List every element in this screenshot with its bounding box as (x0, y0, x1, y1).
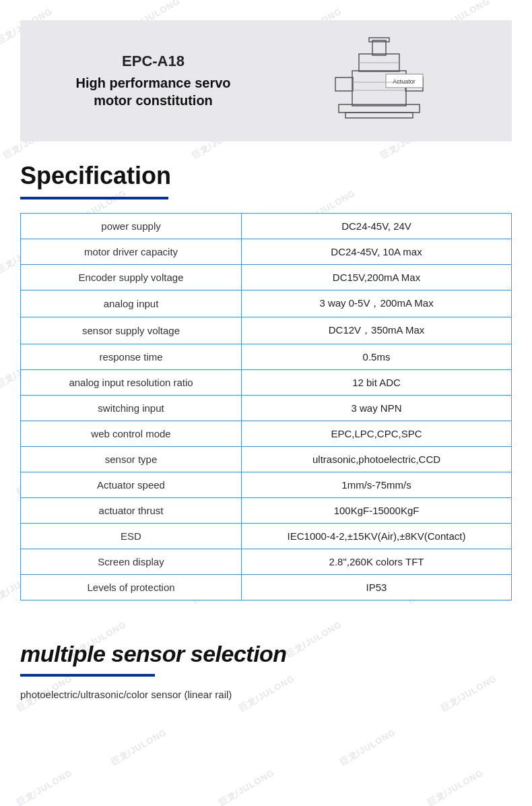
spec-underline (20, 197, 168, 199)
table-row: analog input resolution ratio12 bit ADC (21, 370, 512, 396)
hero-model: EPC-A18 (122, 53, 185, 70)
spec-label: analog input (21, 290, 242, 317)
bottom-subtitle: photoelectric/ultrasonic/color sensor (l… (20, 687, 512, 703)
spec-value: DC24-45V, 10A max (242, 239, 512, 265)
svg-text:Actuator: Actuator (393, 78, 415, 85)
spec-table: power supplyDC24-45V, 24Vmotor driver ca… (20, 213, 512, 600)
spec-value: 2.8",260K colors TFT (242, 549, 512, 575)
spec-value: IP53 (242, 575, 512, 600)
spec-label: web control mode (21, 421, 242, 447)
hero-image: Actuator (266, 34, 492, 128)
spec-label: sensor supply voltage (21, 317, 242, 344)
table-row: ESDIEC1000-4-2,±15KV(Air),±8KV(Contact) (21, 524, 512, 549)
bottom-underline (20, 674, 155, 677)
spec-title: Specification (20, 162, 512, 190)
table-row: Encoder supply voltageDC15V,200mA Max (21, 265, 512, 290)
hero-section: EPC-A18 High performance servo motor con… (20, 20, 512, 142)
spec-label: ESD (21, 524, 242, 549)
spec-value: 1mm/s-75mm/s (242, 472, 512, 498)
specification-section: Specification power supplyDC24-45V, 24Vm… (0, 142, 532, 614)
svg-rect-1 (345, 113, 413, 118)
table-row: sensor typeultrasonic,photoelectric,CCD (21, 447, 512, 472)
table-row: analog input3 way 0-5V，200mA Max (21, 290, 512, 317)
table-row: actuator thrust100KgF-15000KgF (21, 498, 512, 524)
spec-value: DC15V,200mA Max (242, 265, 512, 290)
spec-label: Levels of protection (21, 575, 242, 600)
spec-label: Actuator speed (21, 472, 242, 498)
spec-value: DC12V，350mA Max (242, 317, 512, 344)
svg-rect-4 (372, 40, 386, 55)
spec-value: DC24-45V, 24V (242, 214, 512, 239)
spec-value: 3 way NPN (242, 396, 512, 421)
spec-label: motor driver capacity (21, 239, 242, 265)
spec-label: actuator thrust (21, 498, 242, 524)
hero-text-block: EPC-A18 High performance servo motor con… (40, 53, 266, 109)
table-row: response time0.5ms (21, 344, 512, 370)
table-row: sensor supply voltageDC12V，350mA Max (21, 317, 512, 344)
bottom-section: multiple sensor selection photoelectric/… (0, 614, 532, 716)
spec-value: 100KgF-15000KgF (242, 498, 512, 524)
table-row: motor driver capacityDC24-45V, 10A max (21, 239, 512, 265)
spec-label: switching input (21, 396, 242, 421)
table-row: power supplyDC24-45V, 24V (21, 214, 512, 239)
spec-value: 0.5ms (242, 344, 512, 370)
spec-label: sensor type (21, 447, 242, 472)
table-row: web control modeEPC,LPC,CPC,SPC (21, 421, 512, 447)
spec-label: Encoder supply voltage (21, 265, 242, 290)
spec-label: response time (21, 344, 242, 370)
spec-value: IEC1000-4-2,±15KV(Air),±8KV(Contact) (242, 524, 512, 549)
bottom-title: multiple sensor selection (20, 641, 512, 667)
spec-value: 3 way 0-5V，200mA Max (242, 290, 512, 317)
table-row: Screen display2.8",260K colors TFT (21, 549, 512, 575)
table-row: switching input3 way NPN (21, 396, 512, 421)
spec-label: Screen display (21, 549, 242, 575)
spec-label: analog input resolution ratio (21, 370, 242, 396)
spec-value: 12 bit ADC (242, 370, 512, 396)
table-row: Actuator speed1mm/s-75mm/s (21, 472, 512, 498)
spec-value: EPC,LPC,CPC,SPC (242, 421, 512, 447)
hero-title: High performance servo motor constitutio… (75, 74, 230, 109)
table-row: Levels of protectionIP53 (21, 575, 512, 600)
spec-label: power supply (21, 214, 242, 239)
svg-rect-6 (335, 78, 353, 91)
spec-value: ultrasonic,photoelectric,CCD (242, 447, 512, 472)
actuator-illustration: Actuator (312, 34, 446, 128)
